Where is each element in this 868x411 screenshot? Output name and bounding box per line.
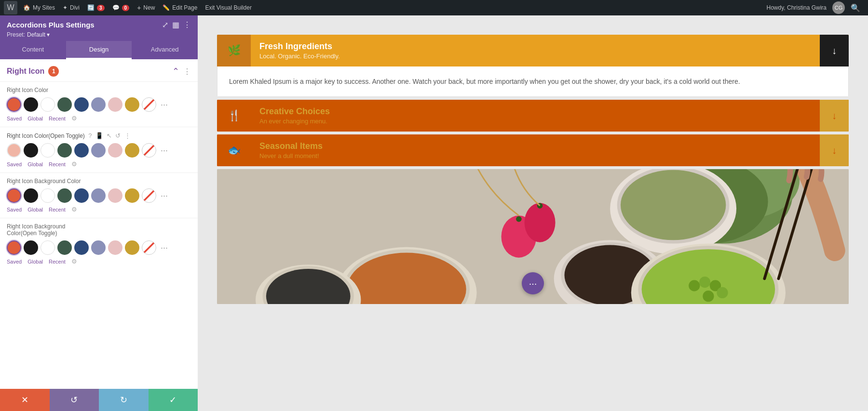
wordpress-logo[interactable]: W <box>4 1 17 14</box>
color-swatch-darkblue-bgot[interactable] <box>74 240 89 255</box>
leaf-icon: 🌿 <box>228 44 241 57</box>
saved-label[interactable]: Saved <box>7 116 22 121</box>
updates-menu[interactable]: 🔄 3 <box>83 0 108 15</box>
color-swatch-transparent[interactable] <box>142 97 156 112</box>
global-label-bg[interactable]: Global <box>27 207 43 212</box>
accordion-header-3[interactable]: 🐟 Seasonal Items Never a dull moment! ↓ <box>217 134 849 166</box>
comments-menu[interactable]: 💬 0 <box>108 0 134 15</box>
color-swatch-white[interactable] <box>41 97 55 112</box>
color-swatch-lavender-bgot[interactable] <box>91 240 106 255</box>
color-swatch-lavender-bg[interactable] <box>91 188 106 203</box>
saved-label-ot[interactable]: Saved <box>7 161 22 167</box>
recent-label-bgot[interactable]: Recent <box>49 259 66 265</box>
color-swatch-white-bgot[interactable] <box>41 240 55 255</box>
reset-icon[interactable]: ↺ <box>115 132 121 139</box>
recent-label[interactable]: Recent <box>49 116 66 121</box>
color-swatch-transparent-bg[interactable] <box>142 188 156 203</box>
accordion-arrow-3[interactable]: ↓ <box>820 134 849 166</box>
accordion-header-2[interactable]: 🍴 Creative Choices An ever changing menu… <box>217 100 849 132</box>
color-swatch-black-bg[interactable] <box>24 188 38 203</box>
more-swatches-bg-icon[interactable]: ··· <box>159 191 170 201</box>
color-swatch-orange[interactable] <box>7 97 21 112</box>
recent-label-bg[interactable]: Recent <box>49 207 66 212</box>
undo-button[interactable]: ↺ <box>50 389 99 411</box>
color-swatch-darkblue[interactable] <box>74 97 89 112</box>
color-swatch-black-bgot[interactable] <box>24 240 38 255</box>
color-swatch-gold-ot[interactable] <box>125 143 139 158</box>
accordion-arrow-2[interactable]: ↓ <box>820 100 849 132</box>
accordion-title-1: Fresh Ingredients <box>259 41 811 52</box>
color-swatch-darkgreen[interactable] <box>57 97 72 112</box>
preset-dropdown[interactable]: Default ▾ <box>27 31 50 38</box>
cursor-icon[interactable]: ↖ <box>107 132 112 139</box>
svg-point-24 <box>703 291 714 302</box>
save-button[interactable]: ✓ <box>149 389 198 411</box>
color-swatch-darkblue-ot[interactable] <box>74 143 89 158</box>
more-swatches-bgot-icon[interactable]: ··· <box>159 243 170 253</box>
color-swatch-gold-bgot[interactable] <box>125 240 139 255</box>
settings-ot-icon[interactable]: ⚙ <box>71 160 77 168</box>
open-toggle-more-icon[interactable]: ⋮ <box>124 132 131 139</box>
my-sites-menu[interactable]: 🏠 My Sites <box>19 0 59 15</box>
color-swatch-gold[interactable] <box>125 97 139 112</box>
user-avatar[interactable]: CG <box>832 1 845 14</box>
color-swatch-pink-bg[interactable] <box>108 188 122 203</box>
more-swatches-icon[interactable]: ··· <box>159 100 170 110</box>
exit-visual-builder-button[interactable]: Exit Visual Builder <box>201 0 256 15</box>
color-swatch-darkgreen-ot[interactable] <box>57 143 72 158</box>
saved-label-bg[interactable]: Saved <box>7 207 22 212</box>
more-icon[interactable]: ⋮ <box>183 20 191 29</box>
color-swatch-darkblue-bg[interactable] <box>74 188 89 203</box>
redo-button[interactable]: ↻ <box>99 389 149 411</box>
tab-advanced[interactable]: Advanced <box>132 41 198 59</box>
color-swatch-pink-ot[interactable] <box>108 143 122 158</box>
color-swatch-black-ot[interactable] <box>24 143 38 158</box>
tab-design[interactable]: Design <box>66 41 132 59</box>
open-toggle-label-row: Right Icon Color(Open Toggle) ? 📱 ↖ ↺ ⋮ <box>7 132 191 143</box>
section-more-icon[interactable]: ⋮ <box>183 67 191 76</box>
accordion-icon-1: 🌿 <box>217 35 251 66</box>
color-swatch-transparent-ot[interactable] <box>142 143 156 158</box>
accordion-arrow-1[interactable]: ↓ <box>820 35 849 66</box>
columns-icon[interactable]: ▦ <box>172 20 179 29</box>
color-swatch-black[interactable] <box>24 97 38 112</box>
settings-bgot-icon[interactable]: ⚙ <box>71 258 77 265</box>
color-swatch-orange-bg[interactable] <box>7 188 21 203</box>
color-swatch-transparent-bgot[interactable] <box>142 240 156 255</box>
device-icon[interactable]: 📱 <box>95 132 103 139</box>
help-icon[interactable]: ? <box>88 132 92 139</box>
cancel-button[interactable]: ✕ <box>0 389 50 411</box>
floating-action-button[interactable]: ··· <box>522 272 544 294</box>
color-swatch-orange-bgot[interactable] <box>7 240 21 255</box>
global-label-bgot[interactable]: Global <box>27 259 43 265</box>
tab-content[interactable]: Content <box>0 41 66 59</box>
color-swatch-white-bg[interactable] <box>41 188 55 203</box>
color-swatch-pink[interactable] <box>108 97 122 112</box>
admin-bar-right: Howdy, Christina Gwira CG 🔍 <box>763 1 864 14</box>
color-swatch-pink-bgot[interactable] <box>108 240 122 255</box>
settings-icon[interactable]: ⚙ <box>71 115 77 122</box>
color-swatch-orange-ot[interactable] <box>7 143 21 158</box>
divi-menu[interactable]: ✦ Divi <box>59 0 83 15</box>
collapse-icon[interactable]: ⌃ <box>172 66 179 77</box>
color-swatch-gold-bg[interactable] <box>125 188 139 203</box>
color-swatch-lavender-ot[interactable] <box>91 143 106 158</box>
resize-icon[interactable]: ⤢ <box>162 20 168 29</box>
global-label[interactable]: Global <box>27 116 43 121</box>
recent-label-ot[interactable]: Recent <box>49 161 66 167</box>
color-swatch-lavender[interactable] <box>91 97 106 112</box>
admin-search-icon[interactable]: 🔍 <box>847 3 864 13</box>
color-swatch-darkgreen-bg[interactable] <box>57 188 72 203</box>
accordion-icon-2: 🍴 <box>217 100 251 132</box>
new-menu[interactable]: + New <box>133 0 159 15</box>
more-swatches-ot-icon[interactable]: ··· <box>159 146 170 156</box>
updates-icon: 🔄 <box>87 4 95 11</box>
edit-page-button[interactable]: ✏️ Edit Page <box>159 0 201 15</box>
color-row-meta-bg: Saved Global Recent ⚙ <box>7 206 191 213</box>
color-swatch-white-ot[interactable] <box>41 143 55 158</box>
saved-label-bgot[interactable]: Saved <box>7 259 22 265</box>
accordion-header-1[interactable]: 🌿 Fresh Ingredients Local. Organic. Eco-… <box>217 35 849 66</box>
global-label-ot[interactable]: Global <box>27 161 43 167</box>
settings-bg-icon[interactable]: ⚙ <box>71 206 77 213</box>
color-swatch-darkgreen-bgot[interactable] <box>57 240 72 255</box>
